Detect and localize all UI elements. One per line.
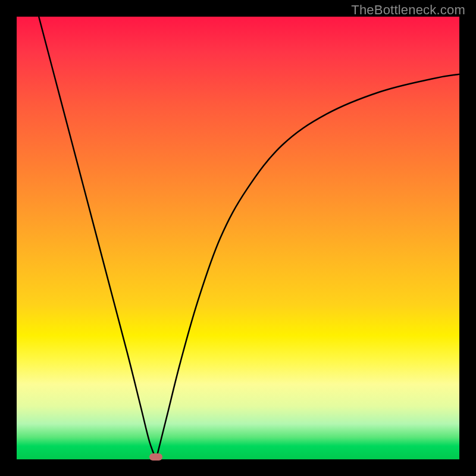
curve-left <box>39 17 156 459</box>
plot-area <box>17 17 459 459</box>
chart-curve-svg <box>17 17 459 459</box>
curve-right <box>156 74 459 459</box>
minimum-marker <box>149 453 162 461</box>
watermark-text: TheBottleneck.com <box>351 2 465 18</box>
